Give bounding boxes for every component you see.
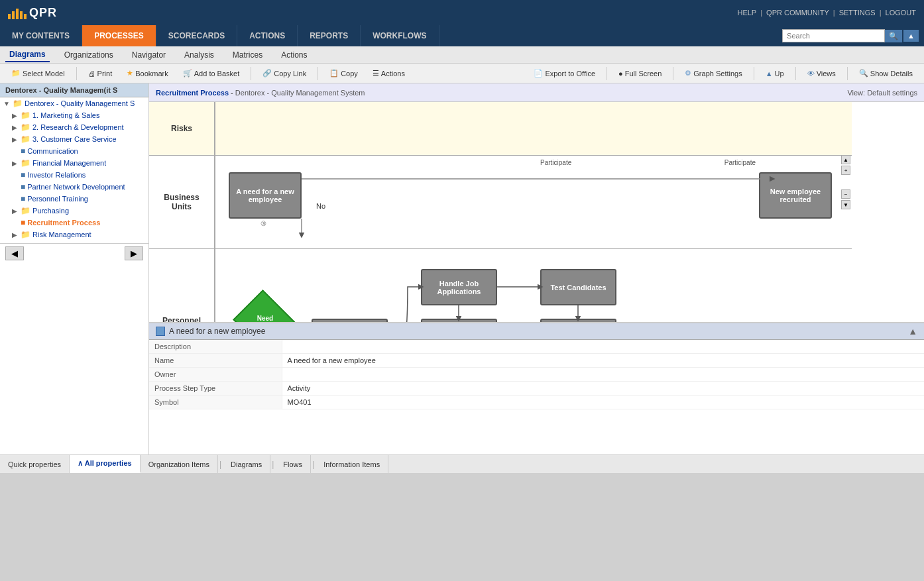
scroll-minus-btn[interactable]: − <box>841 189 850 199</box>
logo-bars <box>8 6 27 19</box>
views-button[interactable]: 👁 Views <box>801 68 842 79</box>
bookmark-icon: ★ <box>127 69 133 78</box>
folder-icon-financial: 📁 <box>21 158 30 168</box>
logout-link[interactable]: LOGOUT <box>886 9 916 17</box>
label-no: No <box>316 202 325 210</box>
doc-icon-communication: ■ <box>21 146 25 156</box>
details-row-value <box>282 368 924 382</box>
toolbar-sep8 <box>847 67 848 80</box>
btab-diagrams[interactable]: Diagrams <box>223 455 270 473</box>
details-panel: A need for a new employee ▲ DescriptionN… <box>149 322 924 454</box>
sidebar-title: Dentorex - Quality Managem(it S <box>5 86 117 94</box>
proc-handle[interactable]: Handle Job Applications <box>421 269 497 305</box>
community-link[interactable]: QPR COMMUNITY <box>766 9 829 17</box>
diagram-canvas[interactable]: Risks Business Units A need for a new em… <box>149 102 924 322</box>
details-collapse-button[interactable]: ▲ <box>908 326 917 337</box>
doc-icon-personnel: ■ <box>21 194 25 203</box>
help-link[interactable]: HELP <box>737 9 756 17</box>
subnav-navigator[interactable]: Navigator <box>128 48 170 62</box>
sidebar-item-purchasing[interactable]: ▶ 📁 Purchasing <box>0 205 148 217</box>
scroll-down-btn[interactable]: ▼ <box>841 200 850 209</box>
nav-scorecards[interactable]: SCORECARDS <box>156 25 237 46</box>
graph-settings-icon: ⚙ <box>685 69 691 78</box>
proc-diamond-approved[interactable]: NeedApproved <box>239 299 292 322</box>
add-to-basket-button[interactable]: 🛒 Add to Basket <box>177 67 246 79</box>
sidebar-label-risk: Risk Management <box>32 231 91 238</box>
print-button[interactable]: 🖨 Print <box>82 68 119 79</box>
up-label: Up <box>775 70 784 78</box>
subnav-actions[interactable]: Actions <box>277 48 311 62</box>
nav-workflows[interactable]: WORKFLOWS <box>361 25 439 46</box>
export-button[interactable]: 📄 Export to Office <box>528 67 601 79</box>
search-button[interactable]: 🔍 <box>885 30 902 42</box>
sidebar-label-partner: Partner Network Development <box>27 183 125 191</box>
folder-icon-customer: 📁 <box>21 134 30 144</box>
proc-test[interactable]: Test Candidates <box>540 269 616 305</box>
sidebar-item-research[interactable]: ▶ 📁 2. Research & Development <box>0 121 148 133</box>
proc-need-employee[interactable]: A need for a new employee <box>229 172 302 219</box>
views-icon: 👁 <box>807 70 815 78</box>
toolbar-sep6 <box>754 67 754 80</box>
toolbar-sep5 <box>673 67 673 80</box>
btab-org[interactable]: Organization Items <box>141 455 218 473</box>
details-table: DescriptionNameA need for a new employee… <box>149 340 924 435</box>
scroll-right-btn[interactable]: + <box>841 166 850 175</box>
actions-button[interactable]: ☰ Actions <box>367 67 411 79</box>
personnel-arrows <box>215 249 852 322</box>
nav-my-contents[interactable]: MY CONTENTS <box>0 25 82 46</box>
sidebar-label-customer: 3. Customer Care Service <box>32 135 117 143</box>
sidebar-item-communication[interactable]: ■ Communication <box>0 145 148 157</box>
sidebar-item-financial[interactable]: ▶ 📁 Financial Management <box>0 157 148 169</box>
settings-link[interactable]: SETTINGS <box>839 9 876 17</box>
sidebar-forward-button[interactable]: ▶ <box>125 246 143 260</box>
doc-icon-partner: ■ <box>21 182 25 191</box>
proc-interview[interactable]: Interview <box>421 319 497 322</box>
details-row: SymbolMO401 <box>149 396 924 409</box>
proc-recruited[interactable]: New employee recruited <box>759 172 832 219</box>
scroll-up-btn[interactable]: ▲ <box>841 155 850 164</box>
sidebar-item-partner[interactable]: ■ Partner Network Development <box>0 181 148 193</box>
subnav-diagrams[interactable]: Diagrams <box>5 48 50 62</box>
subnav-organizations[interactable]: Organizations <box>60 48 117 62</box>
sidebar-item-risk[interactable]: ▶ 📁 Risk Management <box>0 229 148 240</box>
show-details-button[interactable]: 🔍 Show Details <box>853 67 919 79</box>
details-header: A need for a new employee ▲ <box>149 323 924 340</box>
details-row: Description <box>149 340 924 354</box>
select-model-button[interactable]: 📁 Select Model <box>5 67 71 79</box>
sidebar-item-label-root: Dentorex - Quality Management S <box>25 99 135 107</box>
subnav-matrices[interactable]: Matrices <box>229 48 266 62</box>
nav-reports[interactable]: REPORTS <box>298 25 361 46</box>
sidebar-back-button[interactable]: ◀ <box>5 246 24 260</box>
basket-icon: 🛒 <box>183 69 192 78</box>
sidebar-item-customer[interactable]: ▶ 📁 3. Customer Care Service <box>0 133 148 145</box>
btab-all[interactable]: ∧ All properties <box>70 455 141 473</box>
breadcrumb-process[interactable]: Recruitment Process <box>156 89 229 97</box>
folder-icon-research: 📁 <box>21 123 30 132</box>
proc-define[interactable]: Define a Job And Work Enviroment <box>312 319 388 322</box>
copy-link-button[interactable]: 🔗 Copy Link <box>257 67 312 79</box>
sidebar-item-recruitment[interactable]: ■ Recruitment Process <box>0 217 148 229</box>
sidebar-item-personnel[interactable]: ■ Personnel Training <box>0 193 148 205</box>
copy-button[interactable]: 📋 Copy <box>323 67 364 79</box>
root-icon: 📁 <box>13 99 23 108</box>
nav-actions[interactable]: ACTIONS <box>237 25 298 46</box>
btab-quick[interactable]: Quick properties <box>0 455 70 473</box>
sidebar-item-investor[interactable]: ■ Investor Relations <box>0 169 148 181</box>
proc-selection[interactable]: Selection Meeting <box>540 319 616 322</box>
btab-flows[interactable]: Flows <box>275 455 311 473</box>
nav-processes[interactable]: PROCESSES <box>82 25 156 46</box>
bookmark-button[interactable]: ★ Bookmark <box>121 67 174 79</box>
sidebar-item-marketing[interactable]: ▶ 📁 1. Marketing & Sales <box>0 109 148 121</box>
sidebar-item-root[interactable]: ▼ 📁 Dentorex - Quality Management S <box>0 97 148 109</box>
btab-sep3: | <box>311 455 316 473</box>
graph-settings-button[interactable]: ⚙ Graph Settings <box>679 67 748 79</box>
nav-up-button[interactable]: ▲ <box>903 30 919 42</box>
export-icon: 📄 <box>534 69 543 78</box>
up-button[interactable]: ▲ Up <box>760 68 790 79</box>
subnav-analysis[interactable]: Analysis <box>180 48 218 62</box>
search-input[interactable] <box>782 29 885 42</box>
btab-info[interactable]: Information Items <box>316 455 388 473</box>
doc-icon-investor: ■ <box>21 170 25 180</box>
up-icon: ▲ <box>766 70 773 78</box>
fullscreen-button[interactable]: ● Full Screen <box>612 68 667 79</box>
